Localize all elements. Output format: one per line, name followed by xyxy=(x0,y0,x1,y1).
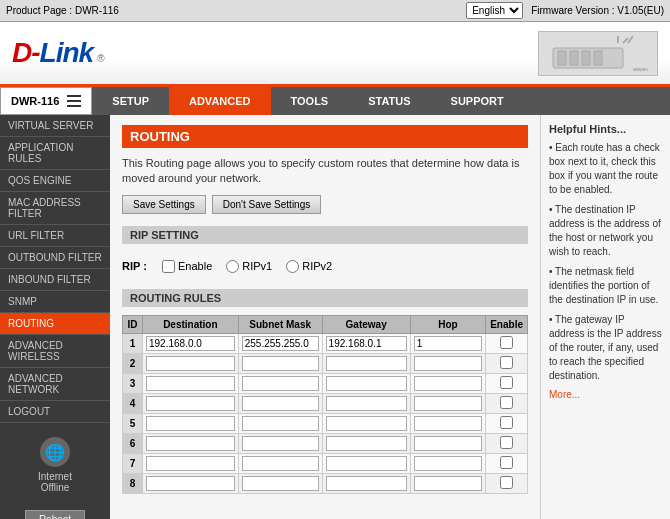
row-destination-input[interactable] xyxy=(146,476,235,491)
row-destination-input[interactable] xyxy=(146,416,235,431)
row-hop-input[interactable] xyxy=(414,376,483,391)
sidebar-item-inbound-filter[interactable]: INBOUND FILTER xyxy=(0,269,110,291)
rip-v1-label[interactable]: RIPv1 xyxy=(226,260,272,273)
rip-v2-label[interactable]: RIPv2 xyxy=(286,260,332,273)
tab-setup[interactable]: SETUP xyxy=(92,87,169,115)
row-id: 7 xyxy=(123,453,143,473)
tab-tools[interactable]: TOOLS xyxy=(271,87,349,115)
section-title: ROUTING xyxy=(122,125,528,148)
rip-label: RIP : xyxy=(122,260,152,272)
dont-save-settings-button[interactable]: Don't Save Settings xyxy=(212,195,322,214)
row-enable-checkbox[interactable] xyxy=(500,416,513,429)
table-row: 2 xyxy=(123,353,528,373)
svg-line-5 xyxy=(623,38,628,43)
row-subnet-input[interactable] xyxy=(242,476,319,491)
sidebar-item-mac-address-filter[interactable]: MAC ADDRESS FILTER xyxy=(0,192,110,225)
page-description: This Routing page allows you to specify … xyxy=(122,156,528,187)
row-hop-input[interactable] xyxy=(414,456,483,471)
sidebar-item-routing[interactable]: ROUTING xyxy=(0,313,110,335)
more-link[interactable]: More... xyxy=(549,389,662,400)
row-subnet-input[interactable] xyxy=(242,416,319,431)
row-enable-checkbox[interactable] xyxy=(500,436,513,449)
tab-support[interactable]: SUPPORT xyxy=(431,87,524,115)
reboot-button[interactable]: Reboot xyxy=(25,510,85,519)
row-subnet-input[interactable] xyxy=(242,356,319,371)
content-area: VIRTUAL SERVER APPLICATION RULES QOS ENG… xyxy=(0,115,670,519)
table-row: 6 xyxy=(123,433,528,453)
row-gateway-input[interactable] xyxy=(326,416,407,431)
row-gateway-input[interactable] xyxy=(326,396,407,411)
row-enable-checkbox[interactable] xyxy=(500,456,513,469)
row-gateway-input[interactable] xyxy=(326,376,407,391)
model-label: DWR-116 xyxy=(11,95,59,107)
rip-options: Enable RIPv1 RIPv2 xyxy=(162,260,332,273)
row-id: 2 xyxy=(123,353,143,373)
row-enable-checkbox[interactable] xyxy=(500,356,513,369)
tab-status[interactable]: STATUS xyxy=(348,87,430,115)
row-destination-input[interactable] xyxy=(146,356,235,371)
menu-icon xyxy=(67,95,81,107)
row-hop-input[interactable] xyxy=(414,356,483,371)
table-row: 8 xyxy=(123,473,528,493)
top-bar: Product Page : DWR-116 English Firmware … xyxy=(0,0,670,22)
rip-enable-checkbox[interactable] xyxy=(162,260,175,273)
row-enable-checkbox[interactable] xyxy=(500,476,513,489)
sidebar-item-qos-engine[interactable]: QOS ENGINE xyxy=(0,170,110,192)
row-enable-checkbox[interactable] xyxy=(500,396,513,409)
svg-rect-1 xyxy=(558,51,566,65)
sidebar-bottom: 🌐 InternetOffline Reboot xyxy=(0,423,110,519)
hints-title: Helpful Hints... xyxy=(549,123,662,135)
row-destination-input[interactable] xyxy=(146,436,235,451)
row-hop-input[interactable] xyxy=(414,336,483,351)
top-button-row: Save Settings Don't Save Settings xyxy=(122,195,528,214)
row-gateway-input[interactable] xyxy=(326,356,407,371)
row-destination-input[interactable] xyxy=(146,456,235,471)
row-hop-input[interactable] xyxy=(414,416,483,431)
sidebar-item-application-rules[interactable]: APPLICATION RULES xyxy=(0,137,110,170)
product-label: Product Page : DWR-116 xyxy=(6,5,119,16)
table-row: 4 xyxy=(123,393,528,413)
svg-rect-3 xyxy=(582,51,590,65)
row-subnet-input[interactable] xyxy=(242,376,319,391)
row-destination-input[interactable] xyxy=(146,396,235,411)
col-destination: Destination xyxy=(143,315,239,333)
row-hop-input[interactable] xyxy=(414,396,483,411)
language-select[interactable]: English xyxy=(466,2,523,19)
row-subnet-input[interactable] xyxy=(242,336,319,351)
svg-rect-2 xyxy=(570,51,578,65)
hint-item-1: Each route has a check box next to it, c… xyxy=(549,141,662,197)
sidebar-item-snmp[interactable]: SNMP xyxy=(0,291,110,313)
save-settings-button[interactable]: Save Settings xyxy=(122,195,206,214)
row-enable-checkbox[interactable] xyxy=(500,336,513,349)
row-destination-input[interactable] xyxy=(146,376,235,391)
row-gateway-input[interactable] xyxy=(326,336,407,351)
row-hop-input[interactable] xyxy=(414,436,483,451)
routing-table: ID Destination Subnet Mask Gateway Hop E… xyxy=(122,315,528,494)
row-gateway-input[interactable] xyxy=(326,436,407,451)
sidebar-item-advanced-wireless[interactable]: ADVANCED WIRELESS xyxy=(0,335,110,368)
row-enable-checkbox[interactable] xyxy=(500,376,513,389)
row-id: 4 xyxy=(123,393,143,413)
row-subnet-input[interactable] xyxy=(242,436,319,451)
router-image: www.dlink.com xyxy=(538,31,658,76)
tab-advanced[interactable]: ADVANCED xyxy=(169,87,271,115)
sidebar: VIRTUAL SERVER APPLICATION RULES QOS ENG… xyxy=(0,115,110,519)
rip-v2-radio[interactable] xyxy=(286,260,299,273)
sidebar-item-url-filter[interactable]: URL FILTER xyxy=(0,225,110,247)
rip-v1-radio[interactable] xyxy=(226,260,239,273)
nav-tabs: DWR-116 SETUP ADVANCED TOOLS STATUS SUPP… xyxy=(0,87,670,115)
row-gateway-input[interactable] xyxy=(326,456,407,471)
row-subnet-input[interactable] xyxy=(242,456,319,471)
row-hop-input[interactable] xyxy=(414,476,483,491)
row-subnet-input[interactable] xyxy=(242,396,319,411)
main-content: ROUTING This Routing page allows you to … xyxy=(110,115,540,519)
sidebar-item-outbound-filter[interactable]: OUTBOUND FILTER xyxy=(0,247,110,269)
row-gateway-input[interactable] xyxy=(326,476,407,491)
row-id: 5 xyxy=(123,413,143,433)
sidebar-item-advanced-network[interactable]: ADVANCED NETWORK xyxy=(0,368,110,401)
row-destination-input[interactable] xyxy=(146,336,235,351)
sidebar-item-logout[interactable]: LOGOUT xyxy=(0,401,110,423)
sidebar-item-virtual-server[interactable]: VIRTUAL SERVER xyxy=(0,115,110,137)
rip-enable-label[interactable]: Enable xyxy=(162,260,212,273)
col-gateway: Gateway xyxy=(322,315,410,333)
